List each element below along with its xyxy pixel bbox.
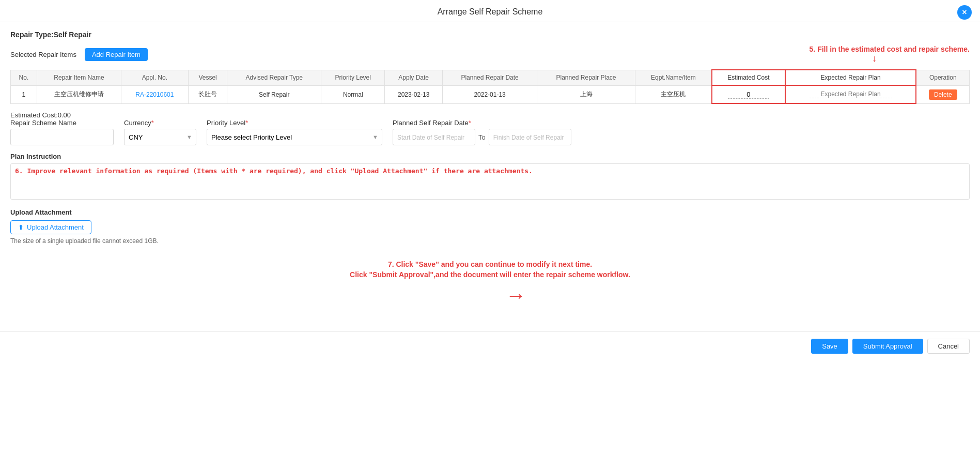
col-estimated-cost: Estimated Cost xyxy=(712,70,785,85)
plan-instruction-textarea[interactable]: 6. Improve relevant information as requi… xyxy=(10,163,970,200)
form-row: Repair Scheme Name Currency* CNY USD EUR… xyxy=(10,119,970,145)
delete-button[interactable]: Delete xyxy=(929,89,957,100)
section-header: Selected Repair Items Add Repair Item 5.… xyxy=(10,45,970,64)
submit-approval-button[interactable]: Submit Approval xyxy=(852,339,923,354)
date-range: To xyxy=(393,129,571,145)
col-eqpt-name-item: Eqpt.Name/Item xyxy=(635,70,712,85)
col-apply-date: Apply Date xyxy=(385,70,443,85)
modal-title: Arrange Self Repair Scheme xyxy=(438,7,543,16)
cell-apply-date: 2023-02-13 xyxy=(385,85,443,103)
cell-priority-level: Normal xyxy=(321,85,385,103)
repair-items-table-container: No. Repair Item Name Appl. No. Vessel Ad… xyxy=(10,69,970,104)
hint7-line2: Click "Submit Approval",and the document… xyxy=(10,270,970,279)
col-appl-no: Appl. No. xyxy=(121,70,188,85)
col-no: No. xyxy=(11,70,37,85)
expected-repair-plan-input[interactable] xyxy=(810,90,892,98)
add-repair-button[interactable]: Add Repair Item xyxy=(85,48,148,61)
cell-planned-repair-place: 上海 xyxy=(537,85,635,103)
upload-icon: ⬆ xyxy=(18,223,24,231)
col-planned-repair-place: Planned Repair Place xyxy=(537,70,635,85)
upload-section: Upload Attachment ⬆ Upload Attachment Th… xyxy=(10,208,970,245)
col-repair-item-name: Repair Item Name xyxy=(37,70,121,85)
col-advised-repair-type: Advised Repair Type xyxy=(227,70,321,85)
form-group-currency: Currency* CNY USD EUR ▼ xyxy=(124,119,196,145)
upload-label: Upload Attachment xyxy=(10,208,970,216)
close-icon: × xyxy=(962,8,967,17)
cell-advised-repair-type: Self Repair xyxy=(227,85,321,103)
cell-vessel: 长肚号 xyxy=(188,85,227,103)
form-group-planned-repair-date: Planned Self Repair Date* To xyxy=(393,119,571,145)
priority-level-label: Priority Level* xyxy=(207,119,382,127)
repair-scheme-name-label: Repair Scheme Name xyxy=(10,119,114,127)
appl-no-link[interactable]: RA-22010601 xyxy=(135,91,174,98)
estimated-cost-summary: Estimated Cost:0.00 xyxy=(10,111,970,119)
priority-required-star: * xyxy=(245,119,248,127)
table-row: 1 主空压机维修申请 RA-22010601 长肚号 Self Repair N… xyxy=(11,85,970,103)
col-expected-repair-plan: Expected Repair Plan xyxy=(785,70,916,85)
hint5-section: 5. Fill in the estimated cost and repair… xyxy=(810,45,970,64)
col-vessel: Vessel xyxy=(188,70,227,85)
save-button[interactable]: Save xyxy=(811,339,848,354)
planned-repair-date-label: Planned Self Repair Date* xyxy=(393,119,571,127)
cell-appl-no: RA-22010601 xyxy=(121,85,188,103)
repair-type-label: Repair Type:Self Repair xyxy=(10,31,970,39)
to-text: To xyxy=(478,133,486,141)
col-priority-level: Priority Level xyxy=(321,70,385,85)
repair-scheme-name-input[interactable] xyxy=(10,129,114,145)
currency-select[interactable]: CNY USD EUR xyxy=(124,129,196,145)
priority-level-select[interactable]: Please select Priority Level High Normal… xyxy=(207,129,382,145)
modal-header: Arrange Self Repair Scheme × xyxy=(0,0,980,22)
form-group-repair-scheme-name: Repair Scheme Name xyxy=(10,119,114,145)
modal-body: Repair Type:Self Repair Selected Repair … xyxy=(0,22,980,321)
close-button[interactable]: × xyxy=(957,5,972,20)
modal-container: Arrange Self Repair Scheme × Repair Type… xyxy=(0,0,980,453)
currency-label: Currency* xyxy=(124,119,196,127)
footer: Save Submit Approval Cancel xyxy=(0,331,980,361)
file-limit-text: The size of a single uploaded file canno… xyxy=(10,237,970,245)
cell-eqpt-name-item: 主空压机 xyxy=(635,85,712,103)
bottom-arrow-icon: → xyxy=(506,284,526,307)
cell-planned-repair-date: 2022-01-13 xyxy=(443,85,537,103)
selected-items-label: Selected Repair Items xyxy=(10,51,76,58)
plan-instruction-section: Plan Instruction 6. Improve relevant inf… xyxy=(10,153,970,201)
section-header-left: Selected Repair Items Add Repair Item xyxy=(10,48,148,61)
cell-expected-repair-plan[interactable] xyxy=(785,85,916,103)
planned-date-required-star: * xyxy=(469,119,471,127)
hint7-line1: 7. Click "Save" and you can continue to … xyxy=(10,260,970,268)
end-date-input[interactable] xyxy=(489,129,571,145)
currency-select-wrapper: CNY USD EUR ▼ xyxy=(124,129,196,145)
upload-button[interactable]: ⬆ Upload Attachment xyxy=(10,220,91,234)
hint5-text: 5. Fill in the estimated cost and repair… xyxy=(810,45,970,53)
hint5-arrow: ↓ xyxy=(810,53,970,64)
cancel-button[interactable]: Cancel xyxy=(927,339,970,354)
upload-button-text: Upload Attachment xyxy=(27,223,84,231)
start-date-input[interactable] xyxy=(393,129,475,145)
form-group-priority-level: Priority Level* Please select Priority L… xyxy=(207,119,382,145)
estimated-cost-input[interactable] xyxy=(728,90,769,99)
bottom-arrow-section: → xyxy=(10,284,970,307)
cell-estimated-cost[interactable] xyxy=(712,85,785,103)
repair-items-table: No. Repair Item Name Appl. No. Vessel Ad… xyxy=(10,69,970,104)
plan-instruction-label: Plan Instruction xyxy=(10,153,970,160)
col-operation: Operation xyxy=(916,70,969,85)
cell-repair-item-name: 主空压机维修申请 xyxy=(37,85,121,103)
priority-select-wrapper: Please select Priority Level High Normal… xyxy=(207,129,382,145)
currency-required-star: * xyxy=(151,119,154,127)
cell-no: 1 xyxy=(11,85,37,103)
cell-operation: Delete xyxy=(916,85,969,103)
col-planned-repair-date: Planned Repair Date xyxy=(443,70,537,85)
hint7-section: 7. Click "Save" and you can continue to … xyxy=(10,260,970,279)
